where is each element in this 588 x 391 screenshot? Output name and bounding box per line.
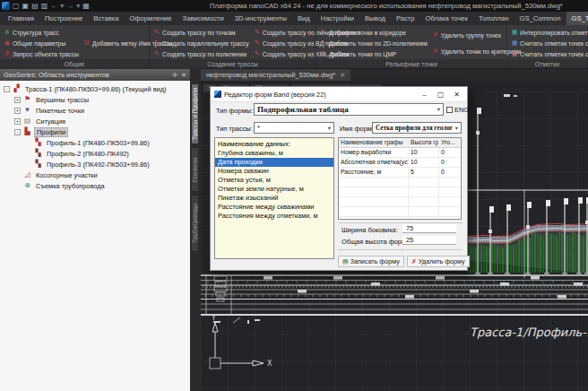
grid-row[interactable]: Номер выработки100	[339, 148, 461, 158]
redo-icon[interactable]: →	[66, 2, 74, 10]
ribbon-tab-3d-инструменты[interactable]: 3D-инструменты	[229, 12, 292, 25]
grid-cell	[439, 187, 461, 196]
data-item[interactable]: Отметка устья, м	[215, 176, 333, 185]
tree-item-вершины[interactable]: +⚑Вершины трассы	[0, 94, 190, 105]
minimize-button[interactable]: –	[418, 91, 431, 99]
side-tab-3[interactable]: Трубопроводы	[191, 195, 199, 252]
grid-cell	[339, 207, 409, 216]
delete-form-button[interactable]: ✗ Удалить форму	[407, 256, 470, 267]
ribbon-tab-зависимости[interactable]: Зависимости	[177, 12, 229, 25]
ribbon-tab-вид[interactable]: Вид	[292, 12, 316, 25]
track-type-combobox[interactable]: * ▾	[254, 122, 334, 134]
tree-item-профиль-3[interactable]: ▚Профиль-3 (ПК492-ПК503+99.86)	[0, 159, 190, 169]
ribbon-button[interactable]: ✎Создать параллельную трассу	[153, 38, 249, 48]
ribbon-button[interactable]: ✎Добавить точки в коридоре	[320, 27, 428, 38]
pin-icon[interactable]: ✛	[172, 72, 177, 79]
chevron-down-icon[interactable]: ▾	[325, 125, 333, 132]
document-tab-close-icon[interactable]: ✕	[340, 72, 345, 79]
ribbon-tab-вывод[interactable]: Вывод	[359, 12, 391, 25]
tree-item-трасса-1[interactable]: -▞Трасса-1 (ПК480-ПК503+99.86) (Текущий …	[0, 83, 190, 94]
tree-expander[interactable]: +	[14, 97, 21, 103]
print-icon[interactable]: ▦	[82, 2, 90, 10]
ribbon-tab-настройки[interactable]: Настройки	[316, 12, 359, 25]
form-name-combobox[interactable]: Сетка профиля для геологии 1 ▾	[372, 122, 462, 134]
tree-expander[interactable]: +	[14, 108, 21, 114]
ribbon-button[interactable]: ✎Создать трассу по полилинии	[153, 48, 249, 59]
data-item[interactable]: Расстояние между скважинами	[215, 203, 333, 212]
ribbon-button[interactable]: ◉Общие параметры	[4, 38, 79, 48]
data-item[interactable]: Номера скважин	[215, 167, 333, 176]
tree-item-косогорные[interactable]: ◿Косогорные участки	[0, 169, 190, 180]
tree-expander[interactable]: -	[14, 129, 21, 135]
ribbon-tab-оформление[interactable]: Оформление	[124, 12, 177, 25]
side-tab-1[interactable]: Трассы и Профили	[191, 83, 199, 144]
dialog-titlebar[interactable]: Редактор форм Band (версия 22) – ▢ ✕	[211, 87, 467, 102]
form-type-combobox[interactable]: Подпрофильная таблица ▾	[254, 103, 444, 116]
slope-icon: ◿	[23, 171, 31, 178]
save-as-icon[interactable]: ▥	[41, 2, 48, 10]
data-item[interactable]: Глубина скважины, м	[215, 149, 333, 158]
ribbon-tab-облака-точек[interactable]: Облака точек	[420, 12, 473, 25]
new-file-icon[interactable]: ▢	[13, 2, 20, 10]
ribbon-button[interactable]: ✎Добавить точки по ЦМР	[320, 48, 428, 59]
grid-row[interactable]	[339, 207, 461, 217]
ribbon-tab-построение[interactable]: Построение	[39, 12, 88, 25]
ribbon-button[interactable]: ✎Создать трассу по точкам	[153, 27, 249, 38]
grid-row[interactable]	[339, 187, 461, 197]
maximize-button[interactable]: ▢	[434, 91, 447, 99]
ribbon-button[interactable]: ▦Считать отметки точек с ЦМР	[511, 38, 588, 48]
grid-row[interactable]: Расстояние, м50	[339, 168, 461, 178]
document-tab[interactable]: нефтепровод магистральный_530мм.dwg* ✕	[201, 69, 350, 81]
tree-expander[interactable]: +	[14, 118, 21, 125]
profiles-icon: ▙	[23, 128, 31, 135]
undo-menu-icon[interactable]: ▾	[60, 2, 64, 10]
close-button[interactable]: ✕	[450, 91, 463, 99]
chevron-down-icon[interactable]: ▾	[453, 125, 461, 132]
grid-cell: Абсолютная отметка(устья в...	[339, 158, 409, 167]
ribbon-tab-топоплан[interactable]: Топоплан	[473, 12, 514, 25]
side-width-input[interactable]: 75	[402, 224, 456, 233]
grid-cell	[439, 217, 461, 220]
grid-row[interactable]	[339, 217, 461, 220]
ribbon-tab-растр[interactable]: Растр	[391, 12, 420, 25]
ribbon-button[interactable]: ?Запрос объекта трассы	[4, 48, 79, 59]
eng-checkbox[interactable]: ENG	[446, 106, 469, 114]
open-icon[interactable]: ▣	[22, 2, 30, 10]
data-item[interactable]: Пикетаж изысканий	[215, 194, 333, 203]
undo-icon[interactable]: ←	[50, 2, 57, 10]
tree-item-профиль-1[interactable]: ▚Профиль-1 (ПК480-ПК503+99.86)	[0, 137, 190, 148]
tree-expander[interactable]: -	[4, 86, 10, 92]
tree-item-ситуация[interactable]: +▤Ситуация	[0, 116, 190, 126]
grid-cell: 0	[439, 148, 461, 157]
close-icon[interactable]: ✕	[181, 72, 186, 79]
ribbon-group: ▦Интерполировать отметки точек▦Считать о…	[507, 25, 588, 68]
side-tab-2[interactable]: Геология	[191, 147, 199, 192]
grid-row[interactable]	[339, 197, 461, 207]
ribbon-button[interactable]: ✎Добавить точки по 2D-полилиниям	[320, 38, 428, 48]
data-item[interactable]: Расстояния между отметками, м	[215, 212, 333, 221]
grid-row[interactable]	[339, 178, 461, 187]
nanocad-logo-icon	[2, 2, 10, 10]
checkbox-box[interactable]	[446, 107, 453, 113]
redo-menu-icon[interactable]: ▾	[76, 2, 80, 10]
form-height-input[interactable]: 25	[402, 236, 456, 245]
tree-item-пикетные[interactable]: +▼Пикетные точки	[0, 105, 190, 116]
profile-icon: ▚	[34, 150, 42, 157]
save-form-button[interactable]: ▤ Записать форму	[338, 256, 404, 267]
save-icon[interactable]: ▤	[31, 2, 39, 10]
ribbon-tab-главная[interactable]: Главная	[3, 12, 39, 25]
tree-item-профили[interactable]: -▙Профили	[0, 126, 190, 137]
chevron-down-icon[interactable]: ▾	[435, 106, 443, 113]
ribbon-tab-вставка[interactable]: Вставка	[88, 12, 124, 25]
tree-item-съемка[interactable]: ⊕Съемка трубопровода	[0, 180, 190, 191]
grid-cell: Высота гр...	[409, 138, 439, 147]
grid-row[interactable]: Абсолютная отметка(устья в...100	[339, 158, 461, 168]
data-item[interactable]: Отметки земли натурные, м	[215, 185, 333, 194]
ribbon-button[interactable]: ⋔Структура трасс	[4, 27, 79, 38]
tree-item-профиль-2[interactable]: ▚Профиль-2 (ПК480-ПК492)	[0, 148, 190, 159]
ribbon-tab-gs-trace[interactable]: GS_Trace	[566, 12, 588, 25]
ribbon-button[interactable]: ▦Считать отметки точек с ЦМР авт...	[511, 48, 588, 59]
data-item[interactable]: Дата проходки	[215, 158, 333, 167]
ribbon-tab-gs-common[interactable]: GS_Common	[514, 12, 566, 25]
ribbon-button[interactable]: ▦Интерполировать отметки точек	[511, 27, 588, 38]
